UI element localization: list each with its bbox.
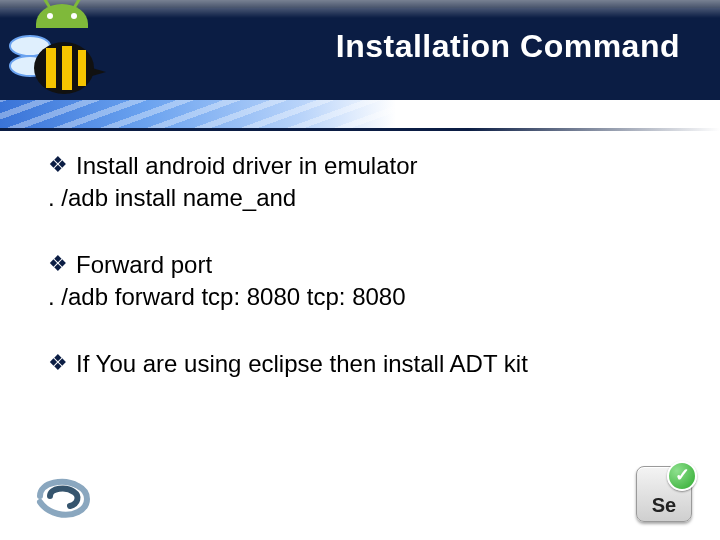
selenium-logo-label: Se	[652, 494, 676, 517]
svg-rect-3	[46, 48, 56, 88]
svg-point-8	[47, 13, 53, 19]
diamond-bullet-icon: ❖	[48, 253, 68, 275]
selenium-logo-icon: Se ✓	[636, 466, 692, 522]
diamond-bullet-icon: ❖	[48, 352, 68, 374]
bullet-line: ❖ If You are using eclipse then install …	[48, 348, 678, 380]
header-underline	[0, 128, 720, 131]
diamond-bullet-icon: ❖	[48, 154, 68, 176]
slide-body: ❖ Install android driver in emulator . /…	[48, 150, 678, 414]
svg-rect-4	[62, 46, 72, 90]
bullet-text: Install android driver in emulator	[76, 152, 418, 179]
slide: Installation Command ❖ Insta	[0, 0, 720, 540]
command-line: . /adb forward tcp: 8080 tcp: 8080	[48, 281, 678, 313]
content-block: ❖ If You are using eclipse then install …	[48, 348, 678, 380]
swirl-logo-icon	[30, 472, 100, 520]
slide-title: Installation Command	[336, 28, 680, 65]
android-bee-mascot-icon	[6, 0, 116, 110]
content-block: ❖ Install android driver in emulator . /…	[48, 150, 678, 215]
bullet-text: If You are using eclipse then install AD…	[76, 350, 528, 377]
command-line: . /adb install name_and	[48, 182, 678, 214]
bullet-line: ❖ Install android driver in emulator	[48, 150, 678, 182]
svg-line-7	[74, 0, 80, 8]
checkmark-icon: ✓	[667, 461, 697, 491]
content-block: ❖ Forward port . /adb forward tcp: 8080 …	[48, 249, 678, 314]
svg-marker-10	[92, 68, 106, 76]
svg-rect-5	[78, 50, 86, 86]
bullet-line: ❖ Forward port	[48, 249, 678, 281]
bullet-text: Forward port	[76, 251, 212, 278]
svg-point-9	[71, 13, 77, 19]
header-streak	[0, 100, 720, 130]
svg-line-6	[44, 0, 50, 8]
